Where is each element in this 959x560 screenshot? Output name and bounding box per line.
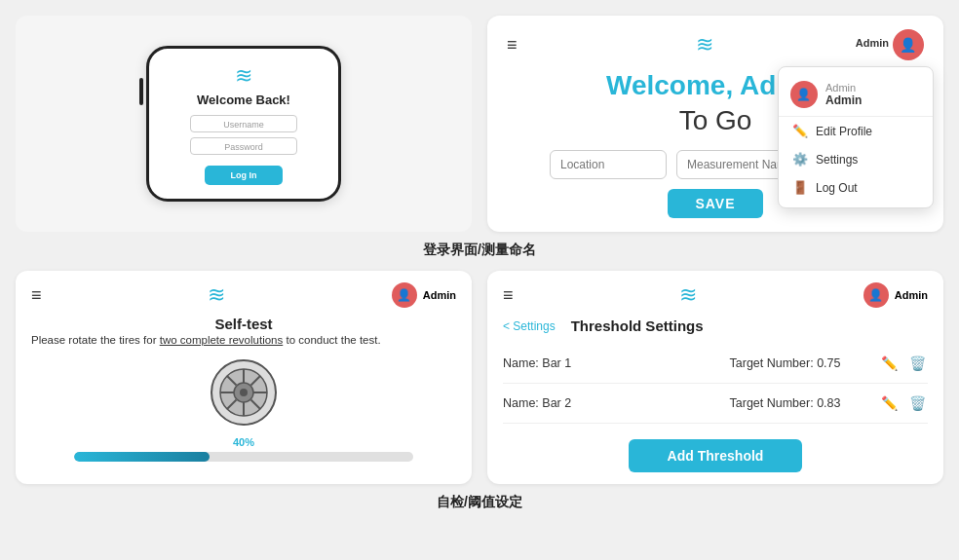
row1-target: Target Number: 0.75 bbox=[691, 356, 879, 370]
selftest-logo-icon: ≋ bbox=[208, 282, 225, 308]
dropdown-avatar-icon: 👤 bbox=[790, 81, 818, 108]
row2-edit-button[interactable]: ✏️ bbox=[879, 393, 900, 413]
row2-target: Target Number: 0.83 bbox=[691, 396, 879, 410]
phone-login-button[interactable]: Log In bbox=[205, 166, 283, 185]
row1-edit-button[interactable]: ✏️ bbox=[879, 354, 900, 373]
settings-icon: ⚙️ bbox=[792, 152, 808, 167]
section1-label: 登录界面/测量命名 bbox=[423, 242, 536, 259]
selftest-user-area: 👤 Admin bbox=[392, 282, 456, 308]
progress-label: 40% bbox=[31, 436, 456, 448]
threshold-avatar: 👤 bbox=[863, 282, 889, 308]
phone-mockup: ≋ Welcome Back! Username Password Log In bbox=[146, 46, 341, 202]
tire-wheel-icon bbox=[210, 358, 278, 427]
threshold-panel: ≡ ≋ 👤 Admin < Settings Threshold Setting… bbox=[487, 271, 943, 484]
dropdown-username: Admin bbox=[825, 82, 862, 93]
progress-bar-background bbox=[74, 452, 414, 462]
dropdown-logout[interactable]: 🚪 Log Out bbox=[779, 173, 933, 202]
threshold-hamburger-icon[interactable]: ≡ bbox=[503, 285, 514, 306]
phone-username-input[interactable]: Username bbox=[190, 115, 297, 132]
wheel-container bbox=[31, 358, 456, 427]
measurement-name-input[interactable] bbox=[676, 150, 793, 179]
dropdown-settings[interactable]: ⚙️ Settings bbox=[779, 145, 933, 173]
selftest-emphasis: two complete revolutions bbox=[160, 334, 284, 346]
login-screen-panel: ≋ Welcome Back! Username Password Log In bbox=[16, 16, 472, 232]
dropdown-header: 👤 Admin Admin bbox=[779, 73, 933, 117]
row1-actions: ✏️ 🗑️ bbox=[879, 354, 928, 373]
phone-logo-icon: ≋ bbox=[235, 63, 252, 89]
dropdown-logout-label: Log Out bbox=[816, 181, 858, 195]
table-row: Name: Bar 2 Target Number: 0.83 ✏️ 🗑️ bbox=[503, 384, 928, 424]
dashboard-avatar[interactable]: 👤 bbox=[893, 29, 924, 60]
svg-point-3 bbox=[240, 389, 248, 396]
dropdown-edit-profile[interactable]: ✏️ Edit Profile bbox=[779, 117, 933, 145]
dashboard-panel: ≡ ≋ Admin 👤 👤 Admin Admin ✏️ bbox=[487, 16, 943, 232]
save-button[interactable]: SAVE bbox=[668, 189, 762, 218]
threshold-back-button[interactable]: < Settings bbox=[503, 319, 556, 333]
threshold-user-area: 👤 Admin bbox=[863, 282, 928, 308]
add-threshold-button[interactable]: Add Threshold bbox=[629, 439, 803, 472]
threshold-nav-row: < Settings Threshold Settings bbox=[503, 317, 928, 334]
phone-welcome-text: Welcome Back! bbox=[197, 93, 290, 107]
progress-bar-fill bbox=[74, 452, 211, 462]
phone-password-input[interactable]: Password bbox=[190, 137, 297, 155]
selftest-header: ≡ ≋ 👤 Admin bbox=[31, 282, 456, 308]
section2-label: 自检/阈值设定 bbox=[437, 494, 522, 511]
dropdown-role: Admin bbox=[825, 93, 862, 107]
row1-delete-button[interactable]: 🗑️ bbox=[907, 354, 928, 373]
edit-icon: ✏️ bbox=[792, 124, 808, 138]
dashboard-header: ≡ ≋ Admin 👤 👤 Admin Admin ✏️ bbox=[507, 29, 924, 60]
dashboard-user-label: Admin bbox=[856, 37, 889, 49]
dashboard-logo-icon: ≋ bbox=[696, 32, 713, 57]
user-dropdown-menu: 👤 Admin Admin ✏️ Edit Profile ⚙️ Setting… bbox=[778, 66, 934, 208]
row2-actions: ✏️ 🗑️ bbox=[879, 393, 928, 413]
dropdown-settings-label: Settings bbox=[816, 153, 858, 167]
selftest-avatar: 👤 bbox=[392, 282, 417, 308]
threshold-rows-container: Name: Bar 1 Target Number: 0.75 ✏️ 🗑️ Na… bbox=[503, 344, 928, 424]
selftest-panel: ≡ ≋ 👤 Admin Self-test Please rotate the … bbox=[16, 271, 472, 484]
threshold-logo-icon: ≋ bbox=[679, 282, 697, 308]
row1-name: Name: Bar 1 bbox=[503, 356, 691, 370]
selftest-hamburger-icon[interactable]: ≡ bbox=[31, 285, 42, 306]
location-input[interactable] bbox=[550, 150, 667, 179]
row2-name: Name: Bar 2 bbox=[503, 396, 691, 410]
dropdown-edit-label: Edit Profile bbox=[816, 125, 872, 138]
logout-icon: 🚪 bbox=[792, 180, 808, 195]
selftest-description: Please rotate the tires for two complete… bbox=[31, 332, 456, 349]
threshold-header: ≡ ≋ 👤 Admin bbox=[503, 282, 928, 308]
dashboard-user-area[interactable]: Admin 👤 👤 Admin Admin ✏️ Edit Profile bbox=[893, 29, 924, 60]
dashboard-hamburger-icon[interactable]: ≡ bbox=[507, 35, 518, 56]
table-row: Name: Bar 1 Target Number: 0.75 ✏️ 🗑️ bbox=[503, 344, 928, 384]
threshold-title: Threshold Settings bbox=[571, 317, 704, 334]
selftest-title: Self-test bbox=[31, 316, 456, 332]
row2-delete-button[interactable]: 🗑️ bbox=[907, 393, 928, 413]
selftest-user-label: Admin bbox=[423, 289, 456, 301]
threshold-user-label: Admin bbox=[895, 289, 928, 301]
